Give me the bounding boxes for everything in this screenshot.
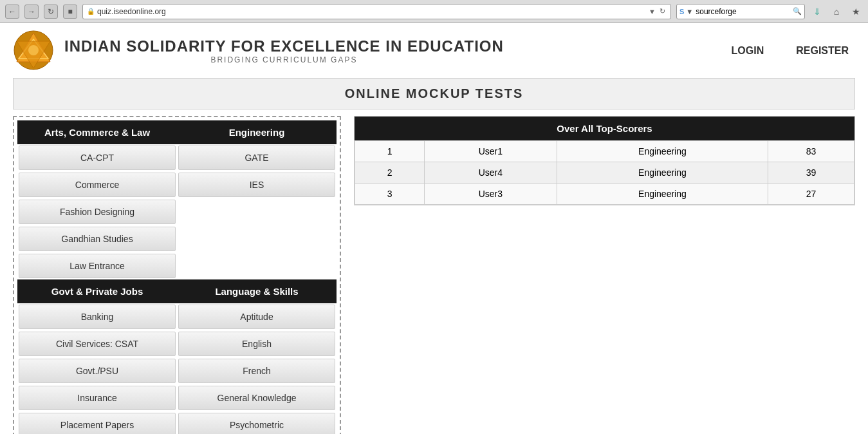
categories-row-1: Arts, Commerce & Law CA-CPT Commerce Fas… xyxy=(17,120,337,279)
rank-cell: 3 xyxy=(355,184,425,205)
scorers-table-wrapper: Over All Top-Scorers 1 User1 Engineering… xyxy=(354,116,855,205)
categories-row-2: Govt & Private Jobs Banking Civil Servic… xyxy=(17,279,337,434)
engineering-header: Engineering xyxy=(177,120,337,144)
forward-button[interactable]: → xyxy=(24,5,39,19)
rank-cell: 1 xyxy=(355,141,425,162)
engineering-block: Engineering GATE IES xyxy=(177,120,337,279)
site-title-block: INDIAN SOLIDARITY FOR EXCELLENCE IN EDUC… xyxy=(64,37,504,64)
insurance-item[interactable]: Insurance xyxy=(19,386,176,410)
language-skills-header: Language & Skills xyxy=(177,279,337,303)
score-cell: 27 xyxy=(768,184,854,205)
scorers-table-body: 1 User1 Engineering 83 2 User4 Engineeri… xyxy=(355,141,854,205)
site-logo xyxy=(13,30,55,71)
address-bar[interactable]: 🔒 quiz.iseedonline.org ▼ ↻ xyxy=(82,4,671,19)
site-header: INDIAN SOLIDARITY FOR EXCELLENCE IN EDUC… xyxy=(0,23,868,78)
govt-psu-item[interactable]: Govt./PSU xyxy=(19,359,176,383)
scorers-section: Over All Top-Scorers 1 User1 Engineering… xyxy=(354,116,855,434)
scorers-table: 1 User1 Engineering 83 2 User4 Engineeri… xyxy=(355,140,854,205)
gate-item[interactable]: GATE xyxy=(178,146,335,170)
site-subtitle: BRIDGING CURRICULUM GAPS xyxy=(64,55,504,64)
login-button[interactable]: LOGIN xyxy=(725,42,771,60)
banking-item[interactable]: Banking xyxy=(19,305,176,329)
arts-commerce-law-block: Arts, Commerce & Law CA-CPT Commerce Fas… xyxy=(17,120,177,279)
page-title: ONLINE MOCKUP TESTS xyxy=(345,86,524,100)
aptitude-item[interactable]: Aptitude xyxy=(178,305,335,329)
ca-cpt-item[interactable]: CA-CPT xyxy=(19,146,176,170)
score-cell: 83 xyxy=(768,141,854,162)
search-bar[interactable]: S ▼ sourceforge 🔍 xyxy=(676,4,805,19)
scorers-header: Over All Top-Scorers xyxy=(355,117,854,140)
svg-point-4 xyxy=(28,45,39,55)
page-title-bar: ONLINE MOCKUP TESTS xyxy=(13,78,855,109)
search-engine-icon: S xyxy=(679,8,684,15)
table-row: 1 User1 Engineering 83 xyxy=(355,141,854,162)
stop-button[interactable]: ■ xyxy=(63,5,77,19)
govt-private-jobs-header: Govt & Private Jobs xyxy=(17,279,177,303)
language-skills-block: Language & Skills Aptitude English Frenc… xyxy=(177,279,337,434)
register-button[interactable]: REGISTER xyxy=(790,42,855,60)
logo-container: INDIAN SOLIDARITY FOR EXCELLENCE IN EDUC… xyxy=(13,30,504,71)
reload-button[interactable]: ↻ xyxy=(44,5,58,19)
english-item[interactable]: English xyxy=(178,332,335,356)
bookmark-button[interactable]: ★ xyxy=(849,5,863,19)
score-cell: 39 xyxy=(768,162,854,184)
french-item[interactable]: French xyxy=(178,359,335,383)
general-knowledge-item[interactable]: General Knowledge xyxy=(178,386,335,410)
security-icon: 🔒 xyxy=(87,8,95,15)
placement-papers-item[interactable]: Placement Papers xyxy=(19,413,176,434)
search-submit-button[interactable]: 🔍 xyxy=(793,7,802,15)
category-cell: Engineering xyxy=(557,162,768,184)
download-button[interactable]: ⇓ xyxy=(810,5,824,19)
back-button[interactable]: ← xyxy=(5,5,19,19)
psychometric-item[interactable]: Psychometric xyxy=(178,413,335,434)
gandhian-studies-item[interactable]: Gandhian Studies xyxy=(19,227,176,251)
main-content: Arts, Commerce & Law CA-CPT Commerce Fas… xyxy=(0,116,868,434)
civil-services-csat-item[interactable]: Civil Services: CSAT xyxy=(19,332,176,356)
user-cell: User3 xyxy=(425,184,557,205)
browser-chrome: ← → ↻ ■ 🔒 quiz.iseedonline.org ▼ ↻ S ▼ s… xyxy=(0,0,868,23)
site-title: INDIAN SOLIDARITY FOR EXCELLENCE IN EDUC… xyxy=(64,37,504,55)
user-cell: User1 xyxy=(425,141,557,162)
search-text: sourceforge xyxy=(696,7,793,16)
rank-cell: 2 xyxy=(355,162,425,184)
category-cell: Engineering xyxy=(557,141,768,162)
law-entrance-item[interactable]: Law Entrance xyxy=(19,254,176,278)
ies-item[interactable]: IES xyxy=(178,173,335,197)
address-refresh[interactable]: ↻ xyxy=(658,7,667,15)
commerce-item[interactable]: Commerce xyxy=(19,173,176,197)
address-dropdown[interactable]: ▼ xyxy=(647,7,657,15)
page-wrapper: INDIAN SOLIDARITY FOR EXCELLENCE IN EDUC… xyxy=(0,23,868,434)
categories-section: Arts, Commerce & Law CA-CPT Commerce Fas… xyxy=(13,116,341,434)
category-cell: Engineering xyxy=(557,184,768,205)
header-nav: LOGIN REGISTER xyxy=(725,42,855,60)
table-row: 3 User3 Engineering 27 xyxy=(355,184,854,205)
govt-private-jobs-block: Govt & Private Jobs Banking Civil Servic… xyxy=(17,279,177,434)
search-dropdown[interactable]: ▼ xyxy=(686,8,693,15)
url-text: quiz.iseedonline.org xyxy=(97,7,647,16)
arts-commerce-law-header: Arts, Commerce & Law xyxy=(17,120,177,144)
table-row: 2 User4 Engineering 39 xyxy=(355,162,854,184)
fashion-designing-item[interactable]: Fashion Designing xyxy=(19,200,176,224)
user-cell: User4 xyxy=(425,162,557,184)
home-button[interactable]: ⌂ xyxy=(829,5,844,19)
